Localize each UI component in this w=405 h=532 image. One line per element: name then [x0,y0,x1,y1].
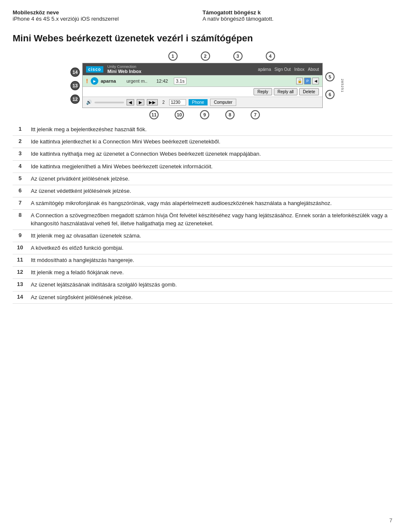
phone-button[interactable]: Phone [189,99,208,105]
desc-text: Itt jelenik meg az olvasatlan üzenetek s… [27,230,392,242]
callout-8: 8 [225,110,235,119]
callout-11: 11 [149,110,159,119]
play-pb-button[interactable]: ▶ [137,99,144,105]
description-row: 13 Az üzenet lejátszásának indítására sz… [13,279,392,291]
desc-text: Itt jelenik meg a feladó fiókjának neve. [27,267,392,279]
description-row: 12 Itt jelenik meg a feladó fiókjának ne… [13,267,392,279]
action-row: Reply Reply all Delete [83,87,322,97]
description-row: 2 Ide kattintva jelentkezhet ki a Connec… [13,136,392,148]
description-row: 8 A Connection a szövegmezőben megadott … [13,210,392,230]
desc-text: Az üzenet védettként jelölésének jelzése… [27,185,392,197]
private-icon: P [304,78,311,84]
top-callouts-row: 1 2 3 4 [168,51,275,61]
section-title: Mini Webes beérkezett üzenetek vezérl i … [13,33,392,44]
toolbar-link-inbox[interactable]: Inbox [294,67,304,72]
callout-4: 4 [266,51,275,61]
desc-number: 12 [13,267,27,279]
header-table: Mobileszköz neve iPhone 4 és 4S 5.x verz… [13,8,392,23]
delete-button[interactable]: Delete [299,88,319,95]
desc-number: 7 [13,197,27,210]
desc-number: 11 [13,254,27,267]
callout-12: 12 [70,95,80,104]
description-row: 7 A számítógép mikrofonjának és hangszór… [13,197,392,210]
toolbar-link-about[interactable]: About [308,67,319,72]
computer-button[interactable]: Computer [210,99,236,106]
desc-number: 9 [13,230,27,242]
description-row: 9 Itt jelenik meg az olvasatlan üzenetek… [13,230,392,242]
desc-text: Itt módosítható a hanglejátszás hangerej… [27,254,392,267]
lock-icon: 🔒 [296,78,303,84]
prev-button[interactable]: ◀ [127,99,134,105]
diagram-area: 1 2 3 4 14 13 12 cisco Unity Connection … [13,51,392,119]
description-row: 14 Az üzenet sürgősként jelölésének jelz… [13,291,392,303]
callout-13: 13 [70,81,80,90]
inbox-toolbar: cisco Unity Connection Mini Web Inbox ap… [83,63,322,75]
desc-number: 4 [13,160,27,173]
desc-number: 13 [13,279,27,291]
description-row: 1 Itt jelenik meg a bejelentkezéshez has… [13,124,392,136]
callout-5: 5 [325,72,335,81]
desc-text: Az üzenet lejátszásának indítására szolg… [27,279,392,291]
play-button[interactable]: ▶ [91,77,98,85]
description-row: 4 Ide kattintva megjelenítheti a Mini We… [13,160,392,173]
message-time: 12:42 [157,78,171,84]
reply-all-button[interactable]: Reply all [274,88,297,95]
desc-text: A számítógép mikrofonjának és hangszórói… [27,197,392,210]
desc-number: 8 [13,210,27,230]
desc-number: 2 [13,136,27,148]
desc-text: Ide kattintva megjelenítheti a Mini Webe… [27,160,392,173]
cisco-logo: cisco [86,66,103,73]
next-button[interactable]: ▶▶ [147,99,158,105]
message-icons: 🔒 P ◀ [296,78,319,84]
callout-14: 14 [70,68,80,77]
description-row: 5 Az üzenet privátként jelölésének jelzé… [13,173,392,185]
playback-count: 2 [160,100,167,105]
inbox-with-sides: 14 13 12 cisco Unity Connection Mini Web… [70,63,335,108]
left-labels: 14 13 12 [70,68,80,104]
desc-number: 6 [13,185,27,197]
desc-number: 1 [13,124,27,136]
urgent-icon: ! [86,78,88,84]
barcode-area: 285251 [340,78,344,92]
volume-icon: 🔊 [86,100,92,105]
toolbar-links: apárna Sign Out Inbox About [258,67,319,72]
message-row: ! ▶ aparna urgent m.. 12:42 3.1s 🔒 P ◀ [83,75,322,87]
description-row: 3 Ide kattintva nyithatja meg az üzenete… [13,148,392,160]
callout-10: 10 [175,110,184,119]
toolbar-link-signout[interactable]: Sign Out [274,67,291,72]
arrow-icon: ◀ [312,78,319,84]
reply-button[interactable]: Reply [254,88,272,95]
message-subject: urgent m.. [127,78,154,84]
callout-1: 1 [168,51,178,61]
mini-web-inbox-label: Mini Web Inbox [108,69,141,74]
phone-number-field[interactable] [169,99,186,105]
desc-text: A következő és előző funkció gombjai. [27,242,392,254]
unity-connection-label: Unity Connection [108,65,141,69]
desc-number: 3 [13,148,27,160]
description-row: 10 A következő és előző funkció gombjai. [13,242,392,254]
desc-number: 5 [13,173,27,185]
browser-label: Támogatott böngész k [202,9,392,16]
callout-9: 9 [200,110,209,119]
toolbar-link-aparna[interactable]: apárna [258,67,271,72]
callout-7: 7 [251,110,260,119]
mobile-device-label: Mobileszköz neve [13,9,202,16]
volume-slider[interactable] [94,102,124,103]
description-row: 6 Az üzenet védettként jelölésének jelzé… [13,185,392,197]
callout-3: 3 [233,51,243,61]
right-labels: 5 6 [325,72,335,99]
desc-text: Az üzenet privátként jelölésének jelzése… [27,173,392,185]
description-row: 11 Itt módosítható a hanglejátszás hange… [13,254,392,267]
callout-6: 6 [325,90,335,99]
desc-text: Itt jelenik meg a bejelentkezéshez haszn… [27,124,392,136]
desc-number: 14 [13,291,27,303]
desc-text: Az üzenet sürgősként jelölésének jelzése… [27,291,392,303]
sender-name: aparna [101,78,124,84]
desc-text: A Connection a szövegmezőben megadott sz… [27,210,392,230]
desc-text: Ide kattintva nyithatja meg az üzenetet … [27,148,392,160]
desc-number: 10 [13,242,27,254]
browser-value: A natív böngésző támogatott. [202,16,392,22]
playback-row: 🔊 ◀ ▶ ▶▶ 2 Phone Computer [83,97,322,108]
bottom-callouts-row: 11 10 9 8 7 [149,110,260,119]
desc-text: Ide kattintva jelentkezhet ki a Connecti… [27,136,392,148]
